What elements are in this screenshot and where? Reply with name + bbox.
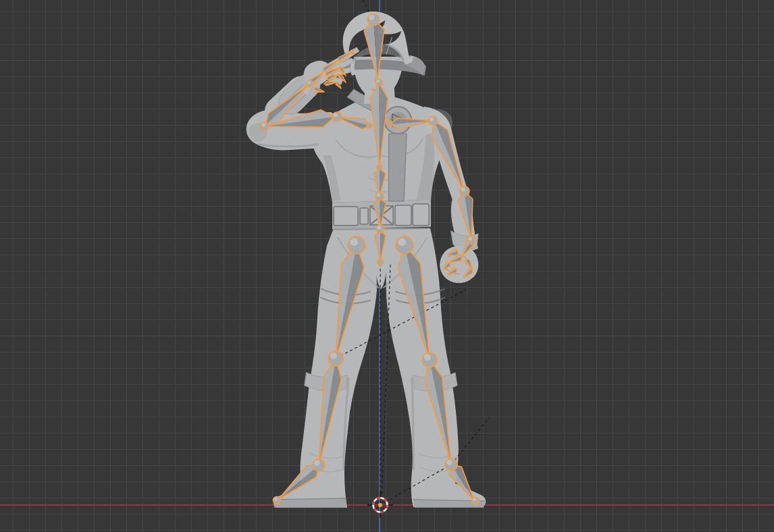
model-waist-strap bbox=[389, 134, 407, 201]
bone-joint[interactable] bbox=[467, 236, 475, 244]
bone-joint[interactable] bbox=[261, 122, 269, 130]
bone-joint[interactable] bbox=[348, 236, 365, 254]
cursor-3d bbox=[367, 492, 393, 518]
bone-joint[interactable] bbox=[428, 116, 438, 126]
bone-joint[interactable] bbox=[376, 192, 384, 201]
bone-joint[interactable] bbox=[472, 498, 480, 505]
bone-joint[interactable] bbox=[396, 236, 413, 254]
bone-joint[interactable] bbox=[445, 458, 457, 471]
bone-joint[interactable] bbox=[307, 80, 313, 87]
bone-pinky1-left[interactable] bbox=[324, 82, 336, 86]
model-shadow bbox=[412, 378, 413, 469]
bone-joint[interactable] bbox=[367, 14, 380, 26]
bone-joint[interactable] bbox=[422, 352, 437, 367]
bone-joint[interactable] bbox=[351, 50, 355, 54]
bone-joint[interactable] bbox=[377, 165, 382, 170]
bone-joint[interactable] bbox=[313, 459, 325, 471]
bone-joint[interactable] bbox=[376, 79, 382, 86]
bone-joint[interactable] bbox=[328, 351, 343, 366]
bone-joint[interactable] bbox=[332, 112, 342, 122]
bone-joint[interactable] bbox=[387, 121, 392, 126]
bone-joint[interactable] bbox=[460, 186, 469, 196]
blender-3d-viewport[interactable] bbox=[0, 0, 774, 532]
character-model[interactable] bbox=[247, 11, 486, 508]
scene-svg bbox=[0, 0, 774, 532]
bone-joint[interactable] bbox=[378, 259, 384, 265]
bone-joint[interactable] bbox=[274, 497, 281, 504]
bone-joint[interactable] bbox=[376, 225, 384, 233]
bone-joint[interactable] bbox=[367, 123, 372, 128]
